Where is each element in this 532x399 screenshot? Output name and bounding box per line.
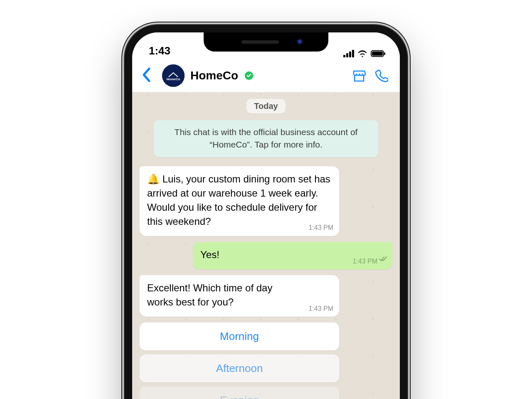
message-text: Excellent! Which time of day works best …: [147, 282, 272, 308]
phone-frame: 1:43 HomeCo: [125, 25, 407, 399]
message-outgoing[interactable]: Yes! 1:43 PM: [193, 242, 392, 269]
chat-header: HomeCo HomeCo: [132, 59, 400, 92]
svg-point-3: [162, 64, 185, 87]
call-icon[interactable]: [373, 69, 390, 82]
signal-icon: [343, 50, 354, 57]
verified-badge-icon: [244, 71, 254, 81]
screen: 1:43 HomeCo: [132, 32, 400, 399]
message-incoming[interactable]: Excellent! Which time of day works best …: [140, 275, 339, 317]
message-text: Yes!: [200, 249, 219, 260]
wifi-icon: [357, 50, 367, 57]
svg-text:HomeCo: HomeCo: [167, 77, 180, 81]
message-text: 🔔 Luis, your custom dining room set has …: [147, 173, 330, 227]
quick-replies: Morning Afternoon Evening: [140, 323, 339, 399]
message-time: 1:43 PM: [352, 257, 377, 266]
message-time: 1:43 PM: [308, 304, 333, 314]
read-ticks-icon: [379, 251, 387, 266]
svg-rect-2: [384, 52, 385, 55]
messages-area[interactable]: Today This chat is with the official bus…: [132, 92, 400, 399]
message-incoming[interactable]: 🔔 Luis, your custom dining room set has …: [140, 166, 339, 236]
notch: [204, 32, 328, 52]
message-time: 1:43 PM: [308, 223, 333, 233]
battery-icon: [371, 50, 386, 57]
back-button[interactable]: [142, 68, 156, 84]
business-info-banner[interactable]: This chat is with the official business …: [154, 120, 378, 157]
quick-reply-button[interactable]: Evening: [140, 387, 339, 399]
status-time: 1:43: [149, 44, 170, 57]
shop-icon[interactable]: [351, 69, 367, 82]
quick-reply-button[interactable]: Morning: [140, 323, 339, 350]
svg-rect-1: [372, 52, 383, 56]
quick-reply-button[interactable]: Afternoon: [140, 355, 339, 382]
date-separator: Today: [246, 99, 285, 113]
avatar[interactable]: HomeCo: [162, 64, 185, 87]
contact-name[interactable]: HomeCo: [190, 69, 238, 82]
